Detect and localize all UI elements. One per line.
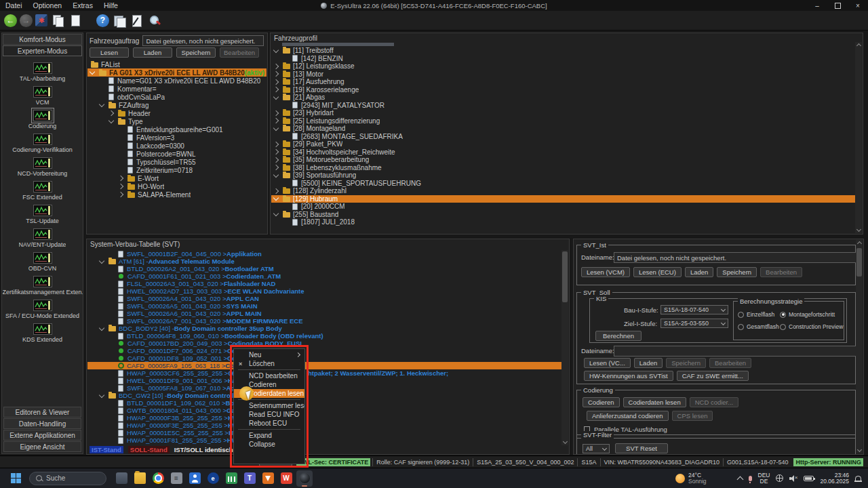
svt-soll-button-laden[interactable]: Laden [634, 358, 663, 368]
expander-icon[interactable] [273, 71, 279, 77]
sidebar-item-sfa-ecu-mode-extended[interactable]: SFA / ECU-Mode Extended [2, 299, 83, 323]
close-button[interactable]: × [848, 0, 868, 11]
svt-tree-row[interactable]: HWAP_00001E5C_255_255_255 > HW_OPTION [87, 429, 568, 436]
expander-icon[interactable] [273, 64, 279, 69]
forward-icon[interactable] [20, 14, 33, 27]
sidebar-item-codierung-verifikation[interactable]: Codierung-Verifikation [2, 133, 83, 157]
expander-icon[interactable] [273, 195, 279, 201]
svt-ist-button-bearbeiten[interactable]: Bearbeiten [760, 267, 802, 277]
menu-optionen[interactable]: Optionen [33, 1, 62, 9]
fa-tree-row[interactable]: HO-Wort [87, 182, 267, 190]
sidebar-button-editoren-viewer[interactable]: Editoren & Viewer [3, 407, 81, 418]
expander-icon[interactable] [118, 176, 123, 181]
expander-icon[interactable] [108, 110, 114, 116]
fa-button-bearbeiten[interactable]: Bearbeiten [220, 47, 259, 58]
taskbar-app-contacts-icon[interactable] [186, 470, 203, 487]
svt-tree-row[interactable]: BTLD_000064F8_109_060_010 > Bootloader B… [87, 332, 568, 340]
profile-tree-row[interactable] [271, 42, 862, 47]
menu-item-read-ecu-info[interactable]: Read ECU INFO [234, 410, 304, 419]
help-icon[interactable] [96, 14, 109, 27]
fa-button-speichern[interactable]: Speichern [176, 47, 216, 58]
svt-tree-row[interactable]: BDC_GW2 [10] - Body Domain controller 35… [87, 392, 568, 399]
svt-filter-select[interactable]: All [583, 444, 610, 453]
sidebar-mode-experten-modus[interactable]: Experten-Modus [3, 45, 82, 56]
fa-tree-row[interactable]: Polstercode=BWNL [87, 150, 267, 158]
svt-ist-filename-field[interactable]: Datei gelesen, noch nicht gespeichert. [614, 252, 858, 263]
taskbar-app-teams-icon[interactable]: T [241, 470, 258, 487]
taskbar-app-wps-icon[interactable]: W [278, 470, 294, 487]
expander-icon[interactable] [273, 87, 279, 92]
svt-tree-row[interactable]: CAFD_000017BD_200_049_003 > Codingdata B… [87, 340, 568, 347]
right-scroll-thumb[interactable] [856, 248, 862, 277]
expander-icon[interactable] [118, 184, 123, 189]
svt-ist-button-lesen-vcm[interactable]: Lesen (VCM) [581, 267, 630, 277]
expander-icon[interactable] [99, 392, 104, 397]
fa-filename-field[interactable]: Datei gelesen, noch nicht gespeichert. [142, 35, 264, 46]
taskbar-app-monitor-icon[interactable] [223, 470, 239, 487]
svt-scroll-thumb[interactable] [562, 251, 568, 302]
profile-tree-row[interactable]: [34] Hochvoltspeicher_Reichweite [271, 148, 862, 157]
profile-tree-row[interactable]: [29] Paket_PKW [271, 140, 862, 148]
right-scrollbar[interactable] [856, 240, 863, 453]
volume-muted-icon[interactable] [789, 475, 797, 482]
keyboard-language[interactable]: DEU DE [758, 472, 770, 485]
codierung-button-codierdaten-lesen[interactable]: Codierdaten lesen [623, 397, 686, 407]
svt-soll-button-hw-kennungen-aus-svtist[interactable]: HW-Kennungen aus SVTist [584, 371, 673, 381]
menu-item-reboot-ecu[interactable]: Reboot ECU [234, 419, 304, 428]
svt-tree-row[interactable]: SWFL_000026A6_001_043_020 > APPL MAIN [87, 310, 568, 317]
fa-tree-row[interactable]: Kommentar= [87, 85, 267, 93]
minimize-button[interactable]: – [807, 0, 827, 11]
codierung-button-anlieferzustand-codieren[interactable]: Anlieferzustand codieren [587, 411, 669, 421]
svt-tree-row[interactable]: CAFD_00005FA9_105_063_118 > Codingdata B [87, 362, 568, 369]
scroll-up-icon[interactable] [856, 241, 861, 246]
profile-tree-row[interactable]: [21] Abgas [271, 94, 862, 102]
radio-gesamtflash[interactable]: Gesamtflash [738, 323, 780, 330]
expander-icon[interactable] [273, 79, 279, 85]
fa-tree-row[interactable]: Entwicklungsbaureihe=G001 [87, 125, 267, 134]
svt-tree-row[interactable]: FLSL_000026A3_001_043_020 > Flashloader … [87, 280, 568, 287]
taskbar-app-signtool-icon[interactable] [260, 470, 276, 487]
radio-einzelflash[interactable]: Einzelflash [738, 311, 780, 318]
expander-icon[interactable] [273, 142, 279, 147]
profile-tree-row[interactable]: [12] Leistungsklasse [271, 62, 862, 70]
sidebar-item-vcm[interactable]: VCM [2, 85, 83, 109]
svt-tree-row[interactable]: HWAP_00000F3E_255_255_255 > HW_OPTION [87, 422, 568, 429]
profile-tree-row[interactable]: [20] 2000CCM [271, 203, 862, 211]
radio-construction-preview[interactable]: Construction Preview [780, 323, 843, 330]
fa-tree-row[interactable]: FZAuftrag [87, 101, 267, 109]
svt-tree-row[interactable]: HWAP_00001F81_255_255_255 > HW_OPTION [87, 436, 568, 444]
profile-tree-row[interactable]: [39] Sportausführung [271, 171, 862, 180]
sidebar-mode-komfort-modus[interactable]: Komfort-Modus [3, 34, 82, 45]
svt-soll-filename-field[interactable] [614, 346, 858, 357]
codierung-button-ncd-codier[interactable]: NCD codier... [690, 397, 739, 407]
profile-tree-row[interactable]: [25] Leistungsdifferenzierung [271, 117, 862, 125]
expander-icon[interactable] [118, 192, 123, 197]
svt-tree-row[interactable]: CAFD_00001DF8_109_052_001 > Codingdata B [87, 354, 568, 362]
profile-tree-row[interactable]: [35] Motorueberarbeitung [271, 156, 862, 164]
sidebar-button-eigene-ansicht[interactable]: Eigene Ansicht [3, 441, 81, 452]
expander-icon[interactable] [273, 157, 279, 163]
codierung-button-cps-lesen[interactable]: CPS lesen [672, 411, 713, 421]
fa-tree-row[interactable]: Lackcode=0300 [87, 142, 267, 150]
sidebar-button-daten-handling[interactable]: Daten-Handling [3, 418, 81, 429]
svt-tree-row[interactable]: BTLD_00001DF1_109_062_010 > Bootloader G [87, 399, 568, 407]
menu-item-ncd-bearbeiten[interactable]: NCD bearbeiten [234, 371, 304, 380]
sidebar-item-tsl-update[interactable]: TSL-Update [2, 204, 83, 228]
sidebar-item-obd-cvn[interactable]: OBD-CVN [2, 251, 83, 275]
expander-icon[interactable] [273, 172, 279, 178]
sidebar-button-externe-applikationen[interactable]: Externe Applikationen [3, 430, 81, 441]
expander-icon[interactable] [273, 188, 279, 194]
sidebar-item-tal-abarbeitung[interactable]: TAL-Abarbeitung [2, 62, 83, 85]
maximize-button[interactable] [827, 0, 848, 11]
svt-tree-row[interactable]: CAFD_00001F61_001_021_003 > Codierdaten_… [87, 272, 568, 280]
expander-icon[interactable] [273, 47, 279, 53]
svt-tree-row[interactable]: BDC_BODY2 [40] - Body Domain controller … [87, 325, 568, 332]
expander-icon[interactable] [273, 211, 279, 216]
profile-tree-row[interactable]: [11] Treibstoff [271, 47, 862, 55]
svt-tree-row[interactable]: SWFL_00001B2F_004_045_000 > Applikation [87, 250, 568, 258]
scroll-up-icon[interactable] [856, 43, 861, 48]
menu-hilfe[interactable]: Hilfe [104, 1, 118, 9]
fa-tree-row[interactable]: Typschlüssel=TR55 [87, 158, 267, 166]
fa-tree-row[interactable]: Type [87, 117, 267, 125]
svt-tree-row[interactable]: HWEL_00001DF9_001_001_006 > Hardware [87, 377, 568, 384]
